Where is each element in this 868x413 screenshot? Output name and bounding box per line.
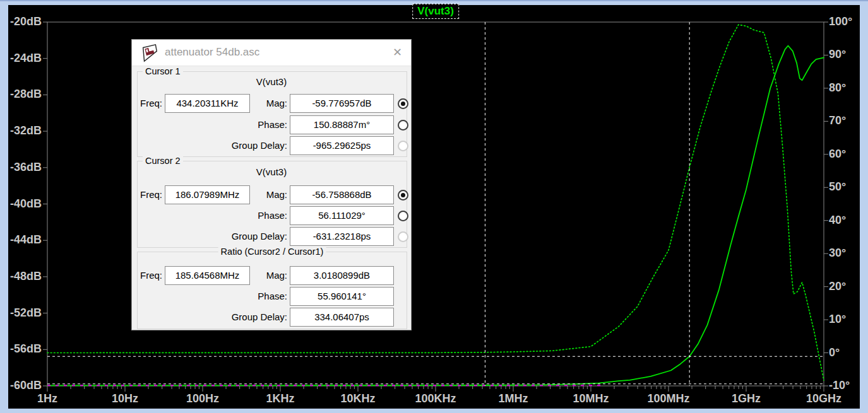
x-tick-label: 1MHz (485, 392, 542, 405)
dialog-title: attenuator 54db.asc (165, 46, 259, 59)
x-tick-label: 10Hz (97, 392, 153, 405)
y-right-tick-label: 70° (829, 114, 862, 127)
y-right-tick-label: 80° (829, 81, 862, 95)
x-tick-label: 10MHz (562, 392, 619, 405)
cursor1-phase-field[interactable]: 150.88887m° (290, 115, 394, 134)
y-left-tick-label: -56dB (5, 342, 42, 356)
cursor1-mag-label: Mag: (193, 94, 287, 113)
cursor1-group-label: Cursor 1 (143, 66, 183, 76)
cursor2-phase-radio[interactable] (398, 211, 408, 221)
cursor2-mag-label: Mag: (193, 185, 287, 204)
cursor2-group-delay-radio[interactable] (398, 231, 408, 242)
cursor1-freq-label: Freq: (136, 94, 162, 113)
x-tick-label: 100KHz (407, 392, 464, 405)
cursor1-group-delay-field[interactable]: -965.29625ps (290, 136, 394, 155)
x-tick-label: 1GHz (718, 392, 775, 405)
window-top-edge (0, 0, 868, 1)
ratio-phase-field[interactable]: 55.960141° (290, 287, 394, 306)
x-tick-label: 10GHz (795, 392, 852, 405)
y-left-tick-label: -52dB (5, 306, 42, 320)
ratio-group-delay-field[interactable]: 334.06407ps (290, 308, 394, 327)
x-tick-label: 10KHz (330, 392, 386, 405)
cursor2-freq-label: Freq: (136, 185, 162, 204)
ratio-mag-field[interactable]: 3.0180899dB (290, 266, 394, 285)
cursor1-group-delay-label: Group Delay: (193, 136, 287, 155)
y-right-tick-label: -10° (829, 379, 862, 392)
ratio-group-delay-label: Group Delay: (193, 308, 287, 327)
x-tick-label: 1Hz (19, 392, 76, 405)
plot-title-text: V(vut3) (417, 5, 454, 17)
ratio-mag-label: Mag: (193, 266, 287, 285)
y-right-tick-label: 50° (829, 180, 862, 194)
cursor-dialog: attenuator 54db.asc ✕ Cursor 1 V(vut3) F… (131, 39, 412, 330)
cursor2-group-delay-field[interactable]: -631.23218ps (290, 227, 394, 246)
ratio-freq-label: Freq: (136, 266, 162, 285)
dialog-titlebar[interactable]: attenuator 54db.asc ✕ (132, 40, 411, 66)
y-right-tick-label: 20° (829, 280, 862, 293)
cursor1-group-delay-radio[interactable] (398, 141, 408, 151)
cursor2-group-label: Cursor 2 (143, 156, 183, 166)
y-left-tick-label: -20dB (5, 15, 42, 28)
y-left-tick-label: -44dB (5, 233, 42, 247)
y-right-tick-label: 30° (829, 247, 862, 260)
cursor2-mag-radio[interactable] (398, 190, 408, 201)
x-tick-label: 100MHz (640, 392, 697, 405)
y-right-tick-label: 40° (829, 214, 862, 227)
cursor2-trace-name: V(vut3) (132, 166, 411, 177)
x-tick-label: 100Hz (174, 392, 231, 405)
y-right-tick-label: 100° (829, 15, 862, 28)
y-left-tick-label: -40dB (5, 197, 42, 211)
cursor1-phase-label: Phase: (193, 115, 287, 134)
y-left-tick-label: -28dB (5, 88, 42, 101)
cursor2-phase-label: Phase: (193, 206, 287, 225)
ratio-phase-label: Phase: (193, 287, 287, 306)
y-right-tick-label: 10° (829, 313, 862, 326)
cursor1-mag-radio[interactable] (398, 98, 408, 109)
ltspice-waveform-window: -20dB-24dB-28dB-32dB-36dB-40dB-44dB-48dB… (0, 0, 868, 413)
y-right-tick-label: 90° (829, 48, 862, 61)
cursor2-phase-field[interactable]: 56.111029° (290, 206, 394, 225)
y-left-tick-label: -32dB (5, 124, 42, 137)
close-icon[interactable]: ✕ (393, 45, 402, 59)
y-left-tick-label: -60dB (5, 379, 42, 392)
y-left-tick-label: -36dB (5, 161, 42, 174)
y-right-tick-label: 60° (829, 148, 862, 161)
cursor1-phase-radio[interactable] (398, 120, 408, 131)
y-left-tick-label: -24dB (5, 52, 42, 65)
cursor2-mag-field[interactable]: -56.758868dB (290, 185, 394, 204)
x-tick-label: 1KHz (252, 392, 309, 405)
plot-title[interactable]: V(vut3) (412, 4, 459, 19)
cursor1-trace-name: V(vut3) (132, 76, 411, 87)
y-left-tick-label: -48dB (5, 270, 42, 283)
ltspice-logo-icon (140, 44, 159, 62)
cursor1-mag-field[interactable]: -59.776957dB (290, 94, 394, 113)
ratio-group-label: Ratio (Cursor2 / Cursor1) (218, 247, 326, 257)
y-right-tick-label: 0° (829, 346, 862, 359)
cursor2-group-delay-label: Group Delay: (193, 227, 287, 246)
